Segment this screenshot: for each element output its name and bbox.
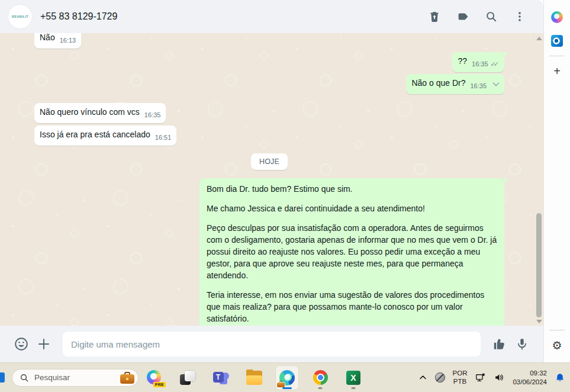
tray-chevron-up-icon[interactable]	[418, 373, 427, 382]
scrollbar-down-arrow[interactable]	[536, 320, 542, 323]
date-divider: HOJE	[251, 153, 288, 170]
language-indicator[interactable]: POR PTB	[453, 369, 468, 385]
add-sidebar-app-icon[interactable]: +	[548, 62, 566, 80]
outlook-icon[interactable]	[548, 32, 566, 50]
language-line1: POR	[453, 369, 468, 377]
message-time: 16:35	[470, 82, 487, 89]
chat-column: REABILIT +55 83 8129-1729	[0, 0, 543, 362]
language-line2: PTB	[453, 378, 466, 385]
teams-icon[interactable]: T	[210, 366, 232, 390]
message-composer: Digite uma mensagem	[0, 326, 543, 362]
message-text: Não o que Dr?	[411, 78, 465, 88]
message-time: 16:13	[60, 37, 76, 44]
sidebar-divider	[549, 330, 565, 330]
contact-avatar[interactable]: REABILIT	[8, 5, 32, 28]
incoming-message-bubble[interactable]: Isso já era pra está cancelado16:51	[34, 126, 176, 146]
incoming-message-bubble[interactable]: Não16:13	[34, 33, 81, 49]
thumbs-up-icon[interactable]	[491, 336, 508, 352]
clock-date: 03/06/2024	[513, 378, 547, 385]
whatsapp-window: REABILIT +55 83 8129-1729	[0, 0, 570, 362]
emoji-icon[interactable]	[13, 336, 30, 352]
delivered-checks-icon: ✓✓	[491, 60, 499, 68]
chat-header: REABILIT +55 83 8129-1729	[0, 0, 543, 33]
edge-sidebar: + ⚙	[543, 0, 570, 362]
onedrive-paused-icon[interactable]	[435, 372, 445, 383]
edge-icon-active[interactable]	[276, 366, 298, 390]
clock-time: 09:32	[530, 369, 547, 377]
taskbar-copilot-icon[interactable]: PRE	[143, 366, 166, 390]
search-placeholder: Pesquisar	[34, 373, 120, 382]
task-view-icon[interactable]	[176, 366, 199, 390]
message-menu-chevron-icon[interactable]	[491, 79, 501, 89]
windows-taskbar: Pesquisar PRE T	[0, 362, 570, 392]
chat-scrollbar	[536, 33, 542, 326]
scrollbar-thumb[interactable]	[536, 213, 542, 317]
menu-kebab-icon[interactable]	[513, 9, 527, 24]
avatar-logo-text: REABILIT	[12, 15, 28, 18]
message-paragraph: Me chamo Jessica e darei continuidade a …	[207, 203, 497, 214]
message-text: Não quero vínculo com vcs	[40, 107, 140, 117]
message-paragraph: Teria interesse, em nos enviar uma suges…	[207, 289, 497, 324]
briefcase-icon	[120, 371, 135, 384]
outgoing-message-bubble[interactable]: Não o que Dr?16:35	[406, 74, 504, 94]
notification-bell-icon[interactable]	[555, 372, 565, 383]
delete-chat-icon[interactable]	[427, 9, 442, 24]
chrome-icon[interactable]	[309, 366, 331, 390]
message-time: 16:35	[144, 111, 161, 118]
sidebar-divider	[549, 56, 565, 56]
message-text: Isso já era pra está cancelado	[40, 130, 150, 139]
message-time: 16:51	[155, 134, 172, 141]
network-icon[interactable]	[475, 372, 486, 383]
search-icon	[20, 373, 29, 383]
message-paragraph: Bom dia Dr. tudo bem? Estimo que sim.	[207, 183, 497, 195]
attach-plus-icon[interactable]	[36, 336, 52, 352]
taskbar-search-box[interactable]: Pesquisar	[12, 369, 139, 387]
message-text: ??	[458, 56, 467, 66]
search-icon[interactable]	[484, 9, 498, 24]
label-icon[interactable]	[456, 9, 470, 24]
edge-work-profile-badge	[277, 381, 285, 387]
start-button[interactable]	[0, 372, 5, 383]
message-list: Não16:13 ??16:35✓✓ Não o que Dr?16:35	[0, 33, 543, 326]
incoming-message-bubble[interactable]: Não quero vínculo com vcs16:35	[34, 103, 166, 123]
outgoing-message-bubble[interactable]: ??16:35✓✓	[452, 52, 504, 72]
contact-name[interactable]: +55 83 8129-1729	[40, 11, 427, 22]
copilot-pre-badge: PRE	[153, 382, 166, 387]
file-explorer-icon[interactable]	[243, 366, 265, 390]
message-text: Não	[40, 33, 55, 42]
outgoing-long-message-bubble[interactable]: Bom dia Dr. tudo bem? Estimo que sim. Me…	[199, 178, 504, 326]
excel-icon[interactable]: X	[342, 366, 365, 390]
copilot-icon[interactable]	[548, 8, 566, 26]
message-time: 16:35	[472, 60, 488, 68]
taskbar-clock[interactable]: 09:32 03/06/2024	[513, 369, 547, 387]
sidebar-settings-gear-icon[interactable]: ⚙	[548, 336, 566, 354]
header-actions	[427, 9, 532, 24]
message-input[interactable]: Digite uma mensagem	[63, 332, 481, 356]
teams-letter: T	[213, 372, 224, 383]
microphone-icon[interactable]	[514, 336, 530, 352]
volume-icon[interactable]	[494, 372, 505, 383]
excel-letter: X	[346, 371, 360, 385]
scrollbar-up-arrow[interactable]	[536, 37, 542, 40]
message-paragraph: Peço desculpas por sua insatisfação com …	[207, 222, 497, 281]
